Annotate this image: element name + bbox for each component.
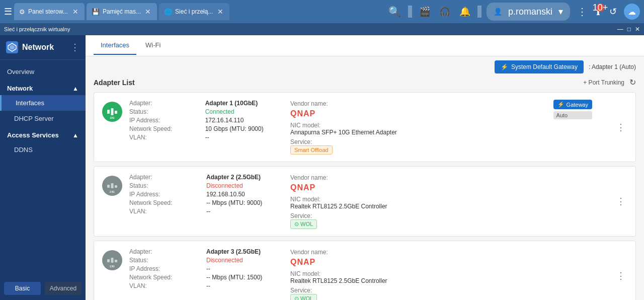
sidebar-section-access-services[interactable]: Access Services ▲: [0, 126, 86, 142]
advanced-mode-button[interactable]: Advanced: [45, 282, 82, 295]
headset-icon[interactable]: 🎧: [437, 4, 452, 19]
close-button[interactable]: ✕: [635, 26, 640, 33]
app-logo: [6, 41, 18, 53]
svg-rect-15: [115, 260, 117, 262]
sidebar-title: Network: [22, 43, 54, 52]
svg-rect-3: [107, 110, 110, 114]
gateway-adapter-info: : Adapter 1 (Auto): [589, 63, 636, 70]
browser-bar: ☰ ⚙ Panel sterow... ✕ 💾 Pamięć mas... ✕ …: [0, 0, 644, 23]
adapter-left-section-1: Adapter: Adapter 1 (10GbE) Status: Conne…: [129, 100, 290, 155]
svg-rect-10: [115, 185, 117, 188]
dhcp-server-label: DHCP Server: [14, 115, 54, 122]
more-dots-icon[interactable]: ⋮: [575, 4, 589, 20]
nic-model-2: Realtek RTL8125 2.5GbE Controller: [290, 203, 607, 210]
sidebar-header: Network ⋮: [0, 35, 86, 60]
search-icon[interactable]: 🔍: [386, 4, 403, 20]
vendor-logo-2: QNAP: [290, 183, 607, 192]
gateway-button[interactable]: ⚡ System Default Gateway: [495, 60, 584, 73]
cloud-icon[interactable]: ☁: [624, 4, 640, 20]
adapter-label-1: Adapter:: [129, 100, 199, 107]
service-badges-3: ⊙ WOL: [290, 294, 607, 300]
tab-label-1: Panel sterow...: [28, 8, 68, 15]
service-badges-2: ⊙ WOL: [290, 219, 607, 229]
tab-close-1[interactable]: ✕: [71, 8, 79, 16]
vendor-logo-3: QNAP: [290, 258, 607, 267]
tab-interfaces[interactable]: Interfaces: [94, 36, 136, 55]
adapter-list-actions: + Port Trunking ↻: [583, 78, 636, 87]
tab-pamiec-masowa[interactable]: 💾 Pamięć mas... ✕: [87, 3, 157, 20]
adapter-menu-1[interactable]: ⋮: [614, 122, 627, 133]
status-value-2: Disconnected: [206, 182, 290, 189]
sidebar-more-icon[interactable]: ⋮: [70, 42, 79, 53]
overview-label: Overview: [7, 68, 34, 76]
network-section-label: Network: [7, 85, 33, 92]
tab-icon-settings: ⚙: [19, 8, 25, 16]
sidebar: Network ⋮ Overview Network ▲ Interfaces …: [0, 35, 86, 300]
tab-close-2[interactable]: ✕: [144, 8, 152, 16]
sidebar-item-overview[interactable]: Overview: [0, 64, 86, 80]
svg-rect-13: [107, 259, 110, 262]
username: p.romanski: [506, 5, 554, 19]
tab-panel-sterownia[interactable]: ⚙ Panel sterow... ✕: [14, 3, 85, 20]
adapter-icon-2: 2.5G: [102, 176, 122, 196]
smart-offload-badge-1: Smart Offload: [290, 145, 333, 155]
gateway-btn-label: System Default Gateway: [511, 63, 578, 70]
bell-icon[interactable]: 🔔: [457, 4, 472, 19]
browser-menu-icon[interactable]: ☰: [4, 6, 12, 17]
interfaces-label: Interfaces: [16, 99, 44, 107]
nic-model-3: Realtek RTL8125 2.5GbE Controller: [290, 277, 607, 284]
gateway-badge-1[interactable]: ⚡ Gateway: [553, 100, 592, 109]
adapter-card-body-3: Adapter: Adapter 3 (2.5GbE) Status: Disc…: [129, 248, 607, 300]
refresh-adapter-list-button[interactable]: ↻: [629, 78, 636, 87]
vlan-label-1: VLAN:: [129, 134, 199, 141]
maximize-button[interactable]: □: [627, 26, 631, 33]
svg-marker-1: [10, 45, 15, 50]
app-container: Network ⋮ Overview Network ▲ Interfaces …: [0, 35, 644, 300]
svg-text:2.5G: 2.5G: [110, 265, 115, 268]
adapter-left-section-3: Adapter: Adapter 3 (2.5GbE) Status: Disc…: [129, 248, 290, 300]
adapter-left-section-2: Adapter: Adapter 2 (2.5GbE) Status: Disc…: [129, 174, 290, 229]
adapter-name-1: Adapter 1 (10GbE): [205, 100, 290, 107]
notification-badge[interactable]: ℹ 10+: [594, 6, 602, 18]
minimize-button[interactable]: —: [617, 26, 623, 33]
tab-wifi[interactable]: Wi-Fi: [138, 36, 168, 55]
user-icon: 👤: [492, 6, 504, 18]
sidebar-section-network[interactable]: Network ▲: [0, 80, 86, 95]
status-label-1: Status:: [129, 108, 199, 115]
window-titlebar: Sieć i przełącznik wirtualny — □ ✕: [0, 23, 644, 35]
sidebar-item-interfaces[interactable]: Interfaces: [0, 95, 86, 111]
adapter-gateway-section-1: ⚡ Gateway Auto: [553, 100, 592, 119]
tab-siec[interactable]: 🌐 Sieć i przełą... ✕: [159, 3, 229, 20]
sidebar-item-ddns[interactable]: DDNS: [0, 142, 86, 158]
wol-badge-2: ⊙ WOL: [290, 219, 317, 229]
vlan-value-1: --: [205, 134, 290, 141]
tab-icon-network: 🌐: [164, 8, 172, 16]
main-content: Interfaces Wi-Fi ⚡ System Default Gatewa…: [86, 35, 644, 300]
media-icon[interactable]: 🎬: [417, 4, 432, 19]
adapter-menu-2[interactable]: ⋮: [614, 196, 627, 207]
toolbar: ⚡ System Default Gateway : Adapter 1 (Au…: [86, 56, 644, 78]
ip-value-2: 192.168.10.50: [206, 191, 290, 198]
service-badges-1: Smart Offload: [290, 145, 543, 155]
svg-text:10G: 10G: [110, 116, 115, 119]
adapter-list-container: Adapter List + Port Trunking ↻ 1: [86, 78, 644, 300]
adapter-list-header: Adapter List + Port Trunking ↻: [94, 78, 636, 87]
wol-badge-3: ⊙ WOL: [290, 294, 317, 300]
tabs-bar: Interfaces Wi-Fi: [86, 35, 644, 56]
basic-mode-button[interactable]: Basic: [4, 282, 41, 295]
adapter-card-2: 2.5G Adapter: Adapter 2 (2.5GbE) Status:…: [94, 166, 636, 237]
access-services-chevron-icon: ▲: [72, 132, 78, 139]
speed-value-1: 10 Gbps (MTU: 9000): [205, 125, 290, 132]
adapter-menu-3[interactable]: ⋮: [614, 270, 627, 281]
ip-value-3: --: [206, 265, 290, 272]
user-badge[interactable]: 👤 p.romanski ▾: [487, 3, 570, 21]
sidebar-item-dhcp-server[interactable]: DHCP Server: [0, 111, 86, 126]
auto-badge-1: Auto: [553, 111, 592, 119]
window-title: Sieć i przełącznik wirtualny: [4, 26, 70, 32]
tab-close-3[interactable]: ✕: [216, 8, 224, 16]
port-trunking-button[interactable]: + Port Trunking: [583, 79, 624, 86]
ip-value-1: 172.16.14.110: [205, 117, 290, 124]
refresh-browser-icon[interactable]: ↺: [607, 4, 619, 19]
adapter-card-3: 2.5G Adapter: Adapter 3 (2.5GbE) Status:…: [94, 241, 636, 300]
adapter-right-section-2: Vendor name: QNAP NIC model: Realtek RTL…: [290, 174, 607, 229]
